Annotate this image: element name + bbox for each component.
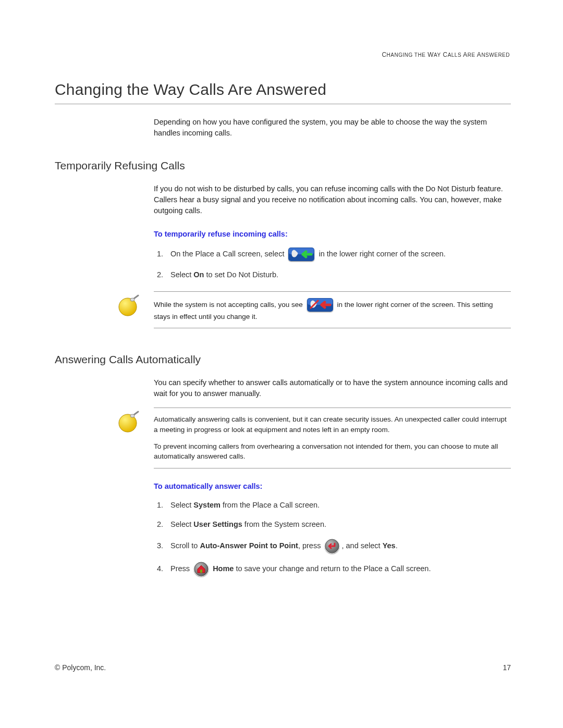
note-content-1: While the system is not accepting calls,… xyxy=(154,291,511,329)
note-block-2: Automatically answering calls is conveni… xyxy=(117,408,511,468)
note-block-1: While the system is not accepting calls,… xyxy=(117,291,511,329)
intro-block: Depending on how you have configured the… xyxy=(154,117,511,139)
s2-step2: Select User Settings from the System scr… xyxy=(165,519,511,530)
s2-step3-d: , and select xyxy=(341,541,382,550)
s2-step3-e: . xyxy=(396,541,398,550)
s2-step1-sys: System xyxy=(193,501,221,509)
s2-step4-b: to save your change and return to the Pl… xyxy=(234,564,431,573)
intro-paragraph: Depending on how you have configured the… xyxy=(154,117,511,139)
running-header: CHANGING THE WAY CALLS ARE ANSWERED xyxy=(382,51,510,58)
step2-on: On xyxy=(193,270,204,279)
section2-proc-block: To automatically answer calls: Select Sy… xyxy=(154,482,511,577)
svg-rect-11 xyxy=(200,570,202,573)
step2-text-b: to set Do Not Disturb. xyxy=(204,270,278,279)
page-title: Changing the Way Calls Are Answered xyxy=(55,81,511,98)
footer-page-number: 17 xyxy=(503,663,511,672)
s2-step2-a: Select xyxy=(170,520,193,528)
s2-step1-b: from the Place a Call screen. xyxy=(221,501,320,509)
s2-step3-a: Scroll to xyxy=(170,541,200,550)
phone-dnd-icon xyxy=(307,298,333,312)
note1-a: While the system is not accepting calls,… xyxy=(154,300,305,308)
s2-step1: Select System from the Place a Call scre… xyxy=(165,500,511,511)
step-1: On the Place a Call screen, select in th… xyxy=(165,248,511,261)
section-temporarily-refusing: Temporarily Refusing Calls If you do not… xyxy=(55,159,511,328)
section2-heading: Answering Calls Automatically xyxy=(55,353,511,366)
procedure-steps: On the Place a Call screen, select in th… xyxy=(154,248,511,281)
svg-point-8 xyxy=(130,414,134,417)
note-content-2: Automatically answering calls is conveni… xyxy=(154,408,511,468)
note1-text: While the system is not accepting calls,… xyxy=(154,298,511,322)
page-footer: © Polycom, Inc. 17 xyxy=(55,663,511,672)
s2-step2-b: from the System screen. xyxy=(242,520,326,528)
step-2: Select On to set Do Not Disturb. xyxy=(165,269,511,281)
note2-p2: To prevent incoming callers from overhea… xyxy=(154,441,511,462)
step2-text-a: Select xyxy=(170,270,193,279)
note2-p1: Automatically answering calls is conveni… xyxy=(154,414,511,435)
s2-step2-us: User Settings xyxy=(193,520,242,528)
step1-text-a: On the Place a Call screen, select xyxy=(170,250,286,258)
procedure-heading-2: To automatically answer calls: xyxy=(154,482,511,490)
s2-step1-a: Select xyxy=(170,501,193,509)
section-heading: Temporarily Refusing Calls xyxy=(55,159,511,172)
section-answering-automatically: Answering Calls Automatically You can sp… xyxy=(55,353,511,576)
procedure-steps-2: Select System from the Place a Call scre… xyxy=(154,500,511,577)
title-rule xyxy=(55,104,511,104)
step1-text-b: in the lower right corner of the screen. xyxy=(319,250,445,258)
procedure-heading: To temporarily refuse incoming calls: xyxy=(154,230,511,238)
svg-point-3 xyxy=(130,298,134,301)
s2-step4-home: Home xyxy=(213,564,234,573)
running-header-text: CHANGING THE WAY CALLS ARE ANSWERED xyxy=(382,51,510,58)
home-button-icon xyxy=(194,562,209,576)
section1-body-block: If you do not wish to be disturbed by ca… xyxy=(154,183,511,281)
s2-step4-a: Press xyxy=(170,564,192,573)
enter-button-icon xyxy=(325,539,339,553)
phone-available-icon xyxy=(288,248,314,261)
section2-body: You can specify whether to answer calls … xyxy=(154,377,511,399)
section1-body: If you do not wish to be disturbed by ca… xyxy=(154,183,511,216)
s2-step3: Scroll to Auto-Answer Point to Point, pr… xyxy=(165,539,511,553)
s2-step3-c: , press xyxy=(298,541,323,550)
s2-step3-yes: Yes xyxy=(383,541,396,550)
s2-step4: Press xyxy=(165,562,511,576)
pushpin-icon-2 xyxy=(117,411,140,434)
section2-body-block: You can specify whether to answer calls … xyxy=(154,377,511,399)
pushpin-icon xyxy=(117,294,140,317)
document-page: CHANGING THE WAY CALLS ARE ANSWERED Chan… xyxy=(0,0,563,728)
s2-step3-b: Auto-Answer Point to Point xyxy=(200,541,298,550)
footer-copyright: © Polycom, Inc. xyxy=(55,663,106,672)
